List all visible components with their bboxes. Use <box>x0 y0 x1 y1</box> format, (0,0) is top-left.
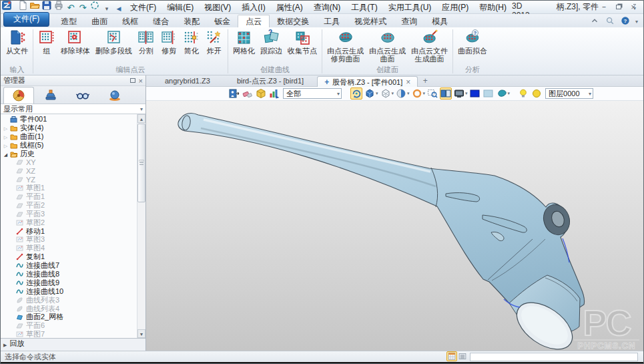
expander-icon[interactable] <box>2 141 9 149</box>
ribbon-tab-7[interactable]: 数据交换 <box>270 15 316 28</box>
menu-item-1[interactable]: 编辑(E) <box>162 3 199 12</box>
ribbon-button[interactable]: 从文件 <box>3 28 31 55</box>
search-icon[interactable] <box>605 16 615 25</box>
file-menu-button[interactable]: 文件(F) <box>3 12 49 27</box>
material-icon[interactable] <box>496 87 508 100</box>
filter-bars-icon[interactable] <box>268 87 280 100</box>
chevron-down-icon[interactable]: ▾ <box>376 91 378 96</box>
eraser-icon[interactable] <box>242 87 254 100</box>
package-icon[interactable] <box>255 87 267 100</box>
tree-filter-select[interactable]: 显示常用 ▾ <box>1 104 145 114</box>
ribbon-tab-3[interactable]: 缝合 <box>145 15 176 28</box>
ribbon-button[interactable]: 修剪 <box>157 28 180 55</box>
tree-item[interactable]: 曲线列表3 <box>1 296 137 305</box>
ribbon-button[interactable]: 组 <box>35 28 58 55</box>
save-icon[interactable] <box>41 0 53 11</box>
ribbon-button[interactable]: 网格化 <box>230 28 258 55</box>
bg-dark-blue-swatch[interactable] <box>469 87 481 100</box>
panel-minimize-icon[interactable] <box>130 78 135 83</box>
layer-select[interactable]: 图层0000▾ <box>545 88 593 99</box>
restore-button[interactable] <box>614 3 623 11</box>
menu-item-3[interactable]: 插入(I) <box>236 3 270 12</box>
tree-item[interactable]: 草图7 <box>1 330 137 338</box>
monitor-icon[interactable] <box>453 87 465 100</box>
tree-item[interactable]: XZ <box>1 166 137 175</box>
command-input[interactable] <box>470 353 638 361</box>
qat-more-icon[interactable]: ▾ <box>101 3 113 14</box>
ribbon-tab-0[interactable]: 造型 <box>53 15 84 28</box>
open-file-icon[interactable] <box>29 0 41 11</box>
manager-tab-assembly[interactable] <box>35 87 66 104</box>
bg-light-blue-swatch[interactable] <box>482 87 495 100</box>
document-tab-2[interactable]: 股骨柄.Z3 - [零件001] <box>317 76 418 87</box>
tree-item[interactable]: 历史 <box>1 150 137 158</box>
ribbon-button[interactable]: ?曲面拟合 <box>455 28 490 55</box>
ribbon-button[interactable]: 由点云文件生成曲面 <box>408 28 450 63</box>
tree-item[interactable]: 复制1 <box>1 252 137 261</box>
ribbon-tab-4[interactable]: 装配 <box>176 15 207 28</box>
ribbon-tab-11[interactable]: 模具 <box>424 15 455 28</box>
tree-item[interactable]: XY <box>1 158 137 166</box>
tree-item[interactable]: 平面1 <box>1 192 137 201</box>
viewport-canvas[interactable]: PC PHPCMS.CN <box>146 101 644 351</box>
menu-item-8[interactable]: 应用(P) <box>436 3 474 12</box>
ribbon-button[interactable]: 移除球体 <box>58 28 93 55</box>
chevron-down-icon[interactable]: ▾ <box>508 91 511 96</box>
ribbon-button[interactable]: 收集节点 <box>285 28 320 55</box>
tree-item[interactable]: 连接曲线8 <box>1 270 137 279</box>
new-tab-button[interactable] <box>418 76 432 86</box>
expander-icon[interactable] <box>2 132 9 140</box>
render-mode-icon[interactable] <box>395 87 407 100</box>
minimize-button[interactable] <box>599 3 609 11</box>
tab-list-dropdown-icon[interactable] <box>630 3 639 10</box>
tree-item[interactable]: 连接曲线7 <box>1 261 137 270</box>
back-icon[interactable]: ◀ <box>113 3 125 14</box>
expander-icon[interactable] <box>2 150 9 158</box>
tree-item[interactable]: 草图2 <box>1 218 137 227</box>
ribbon-button[interactable]: 分割 <box>135 28 157 55</box>
menu-item-0[interactable]: 文件(F) <box>125 3 162 12</box>
table-toggle-icon[interactable] <box>446 351 457 361</box>
scroll-down-icon[interactable]: ▼ <box>137 329 145 338</box>
shaded-cube-icon[interactable] <box>364 87 376 100</box>
expander-icon[interactable] <box>2 124 9 132</box>
chevron-down-icon[interactable]: ▾ <box>392 91 394 96</box>
chevron-down-icon[interactable]: ▾ <box>465 91 468 96</box>
ribbon-button[interactable]: 删除多段线 <box>93 28 135 55</box>
menu-item-4[interactable]: 属性(A) <box>271 3 308 12</box>
menu-item-5[interactable]: 查询(N) <box>308 3 346 12</box>
print-icon[interactable] <box>53 0 65 11</box>
ribbon-tab-1[interactable]: 曲面 <box>84 15 115 28</box>
chevron-down-icon[interactable]: ▾ <box>407 91 410 96</box>
manager-tab-history[interactable] <box>3 87 34 104</box>
replay-section[interactable]: 回放 <box>1 338 145 349</box>
app-logo-icon[interactable] <box>1 0 13 11</box>
scroll-up-icon[interactable]: ▲ <box>137 114 145 123</box>
ribbon-tab-9[interactable]: 视觉样式 <box>347 15 394 28</box>
ring-icon[interactable] <box>411 87 423 100</box>
menu-item-7[interactable]: 实用工具(U) <box>383 3 437 12</box>
bulb-icon[interactable] <box>517 87 529 100</box>
split-view-icon[interactable] <box>440 87 452 100</box>
help-icon[interactable]: ? <box>620 16 631 25</box>
scrollbar-thumb[interactable] <box>137 124 145 202</box>
redo-icon[interactable]: ↷ <box>77 2 89 13</box>
panel-close-icon[interactable] <box>139 77 143 85</box>
minimize-ribbon-icon[interactable] <box>589 16 600 25</box>
manager-tab-render[interactable] <box>99 87 130 104</box>
list-toggle-icon[interactable] <box>457 351 468 361</box>
ribbon-tab-8[interactable]: 工具 <box>316 15 347 28</box>
ribbon-tab-6[interactable]: 点云 <box>238 15 270 28</box>
tree-item[interactable]: YZ <box>1 175 137 184</box>
tree-scrollbar[interactable]: ▲ ▼ <box>137 114 145 338</box>
ribbon-tab-10[interactable]: 查询 <box>394 15 424 28</box>
undo-icon[interactable]: ↶ <box>65 2 77 13</box>
ribbon-tab-5[interactable]: 钣金 <box>207 15 238 28</box>
tree-item[interactable]: 平面3 <box>1 210 137 218</box>
ribbon-button[interactable]: 简化 <box>180 28 203 55</box>
entity-filter-select[interactable]: 全部▾ <box>283 88 342 99</box>
manager-tab-visual[interactable] <box>67 87 98 104</box>
ribbon-button[interactable]: 炸开 <box>203 28 226 55</box>
wireframe-cube-icon[interactable] <box>380 87 392 100</box>
ribbon-button[interactable]: 由点云生成修剪曲面 <box>324 28 366 63</box>
